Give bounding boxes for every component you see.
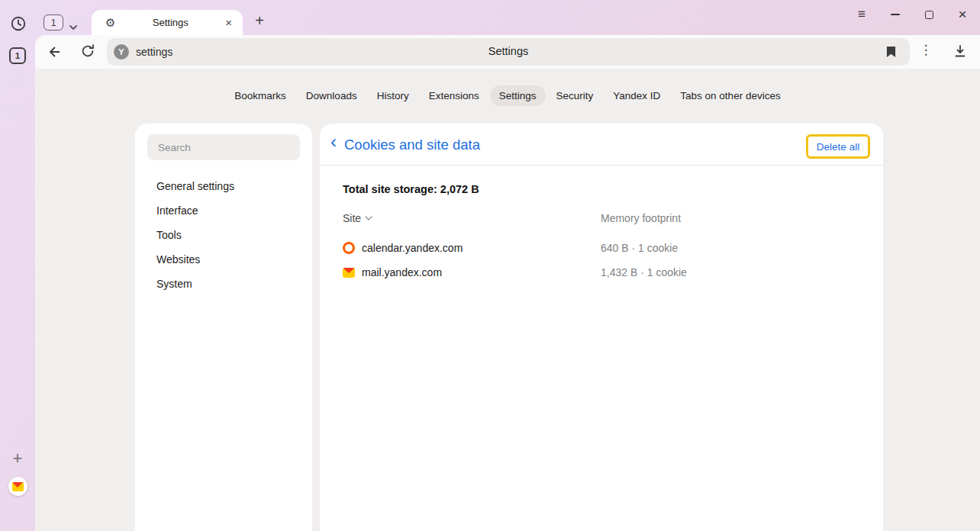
maximize-button[interactable] [920,6,938,23]
nav-item-extensions[interactable]: Extensions [420,85,488,106]
mail-envelope-icon [12,482,24,491]
table-row[interactable]: mail.yandex.com 1,432 B · 1 cookie [343,260,868,285]
minimize-button[interactable] [886,6,904,23]
download-icon[interactable] [953,44,967,61]
sidebar-item-system[interactable]: System [156,272,305,296]
sidebar-item-interface[interactable]: Interface [156,198,305,223]
cookies-panel-card: ‹ Cookies and site data Delete all Total… [320,124,883,531]
tab-counter[interactable]: 1 [44,14,63,31]
settings-nav: Bookmarks Downloads History Extensions S… [35,85,980,106]
nav-item-settings[interactable]: Settings [490,85,546,106]
sort-chevron-down-icon [365,216,372,220]
cookies-title[interactable]: Cookies and site data [344,137,480,153]
settings-section-list: General settings Interface Tools Website… [156,174,305,296]
table-row[interactable]: calendar.yandex.com 640 B · 1 cookie [343,236,868,260]
nav-item-bookmarks[interactable]: Bookmarks [225,85,295,106]
nav-item-downloads[interactable]: Downloads [297,85,366,106]
clock-icon [10,15,27,32]
browser-toolbar: Y settings Settings ⋮ [35,35,980,69]
delete-all-button[interactable]: Delete all [812,140,864,153]
yandex-mail-app-icon[interactable] [8,477,27,496]
memory-value: 1,432 B · 1 cookie [601,266,687,278]
tab-title: Settings [115,17,225,28]
bookmark-icon[interactable] [886,46,896,61]
new-tab-button[interactable]: + [251,12,268,30]
total-storage-label: Total site storage: 2,072 B [343,183,479,195]
sidebar-add-icon[interactable]: + [0,449,35,468]
sidebar-item-websites[interactable]: Websites [156,247,305,272]
left-strip: 1 + ••• [0,35,35,531]
tab-close-icon[interactable]: × [225,16,232,29]
delete-all-highlight: Delete all [806,134,870,159]
site-name: mail.yandex.com [362,266,442,278]
memory-value: 640 B · 1 cookie [601,242,678,254]
nav-item-history[interactable]: History [368,85,418,106]
browser-menu-icon[interactable]: ≡ [853,6,871,23]
sidebar-tab-count: 1 [15,51,20,60]
nav-item-yandex-id[interactable]: Yandex ID [604,85,669,106]
sidebar-item-general-settings[interactable]: General settings [156,174,305,198]
sidebar-item-tools[interactable]: Tools [156,223,305,247]
tab-list-chevron-down-icon[interactable] [69,20,78,34]
page-title: Settings [107,45,910,57]
tab-counter-value: 1 [51,18,56,28]
site-name: calendar.yandex.com [362,242,463,254]
column-header-memory: Memory footprint [601,212,681,224]
window-topbar: 1 ⚙ Settings × + ≡ × [0,0,980,35]
site-column-label: Site [343,212,361,224]
tab-settings[interactable]: ⚙ Settings × [92,10,243,35]
back-button[interactable] [46,43,63,63]
back-chevron-icon[interactable]: ‹ [330,133,337,151]
browser-surface: Y settings Settings ⋮ Bookmarks Download… [35,35,980,531]
settings-sidebar-card: General settings Interface Tools Website… [135,124,312,531]
nav-item-security[interactable]: Security [547,85,603,106]
more-menu-icon[interactable]: ⋮ [919,42,933,58]
cookies-panel-header: ‹ Cookies and site data Delete all [320,124,883,166]
browser-window: 1 ⚙ Settings × + ≡ × 1 + ••• [0,0,980,531]
calendar-favicon-icon [343,242,355,254]
address-bar[interactable]: Y settings Settings [107,38,910,66]
gear-icon: ⚙ [105,16,115,30]
history-clock-icon[interactable] [10,15,27,32]
mail-favicon-icon [343,268,355,278]
search-input[interactable] [147,134,300,160]
maximize-icon [925,11,933,19]
column-header-site[interactable]: Site [343,212,372,224]
minimize-icon [891,14,900,15]
reload-button[interactable] [79,43,96,63]
sidebar-tab-indicator[interactable]: 1 [9,47,26,64]
nav-item-tabs-other-devices[interactable]: Tabs on other devices [671,85,789,106]
window-close-button[interactable]: × [953,6,972,23]
